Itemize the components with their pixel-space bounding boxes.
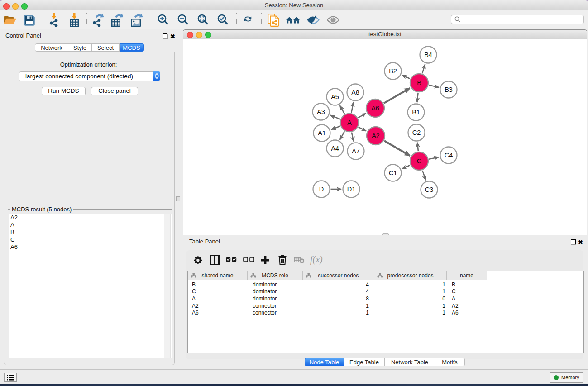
svg-text:D: D [319, 186, 324, 193]
svg-text:B1: B1 [412, 109, 420, 116]
svg-text:A2: A2 [372, 132, 380, 139]
svg-text:A6: A6 [371, 105, 379, 112]
svg-text:C2: C2 [412, 129, 421, 136]
svg-text:A: A [347, 119, 352, 126]
svg-text:A8: A8 [351, 89, 359, 96]
svg-text:C4: C4 [445, 152, 453, 159]
svg-text:B: B [417, 79, 421, 86]
svg-text:C: C [417, 157, 421, 165]
svg-text:B2: B2 [389, 67, 397, 75]
svg-text:A3: A3 [317, 108, 325, 115]
svg-text:A5: A5 [331, 93, 339, 100]
svg-text:C1: C1 [389, 169, 397, 176]
svg-text:A4: A4 [331, 145, 339, 152]
svg-text:A7: A7 [352, 148, 360, 155]
svg-text:C3: C3 [425, 186, 434, 193]
svg-text:B4: B4 [424, 51, 432, 58]
svg-text:A1: A1 [318, 129, 326, 137]
svg-text:D1: D1 [347, 186, 356, 193]
svg-text:B3: B3 [445, 86, 453, 93]
